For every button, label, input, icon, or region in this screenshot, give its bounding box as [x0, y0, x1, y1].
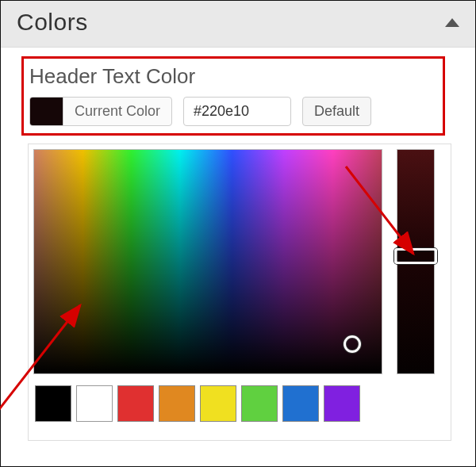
preset-swatch-4[interactable]: [200, 385, 236, 422]
controls-row: Current Color Default: [29, 97, 461, 126]
color-picker: [28, 144, 451, 441]
colors-panel: Colors Header Text Color Current Color D…: [0, 0, 476, 467]
panel-header[interactable]: Colors: [1, 1, 475, 48]
preset-swatch-5[interactable]: [241, 385, 278, 422]
preset-swatch-0[interactable]: [35, 385, 71, 422]
preset-swatch-1[interactable]: [76, 385, 113, 422]
current-color-button[interactable]: Current Color: [29, 97, 172, 126]
panel-content: Header Text Color Current Color Default: [1, 48, 475, 441]
preset-swatch-3[interactable]: [159, 385, 195, 422]
value-slider[interactable]: [397, 149, 435, 374]
preset-swatch-7[interactable]: [324, 385, 360, 422]
preset-swatches: [35, 385, 446, 422]
current-color-swatch: [30, 98, 63, 125]
default-button[interactable]: Default: [302, 97, 371, 126]
value-slider-handle: [394, 248, 437, 264]
chevron-up-icon: [445, 18, 459, 27]
saturation-cursor-icon: [344, 335, 361, 353]
preset-swatch-2[interactable]: [117, 385, 154, 422]
section-title: Header Text Color: [29, 64, 461, 89]
panel-title: Colors: [17, 9, 88, 36]
hex-input[interactable]: [183, 97, 291, 126]
saturation-field[interactable]: [33, 149, 382, 374]
current-color-label: Current Color: [63, 98, 171, 125]
preset-swatch-6[interactable]: [282, 385, 319, 422]
